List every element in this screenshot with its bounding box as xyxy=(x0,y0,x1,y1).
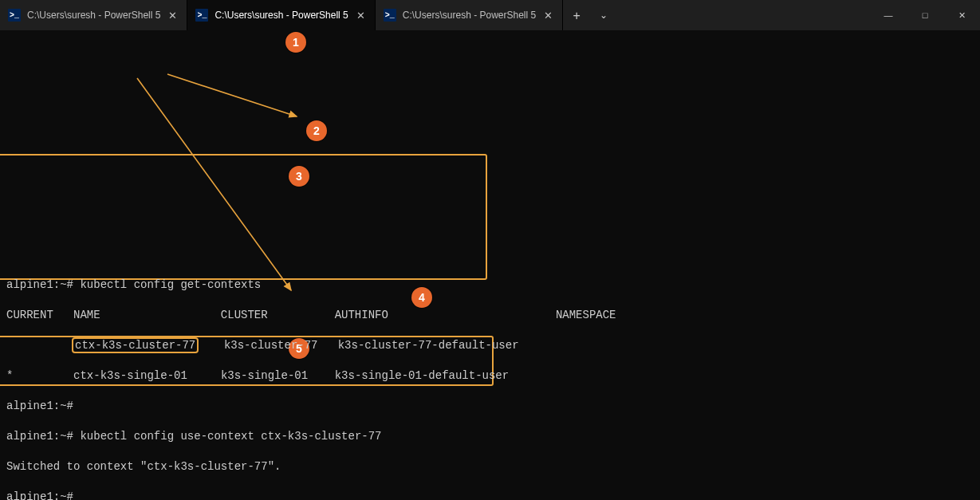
terminal-line: alpine1:~# kubectl config use-context ct… xyxy=(6,429,974,444)
powershell-icon: >_ xyxy=(384,9,396,22)
terminal-line: alpine1:~# kubectl config get-contexts xyxy=(6,278,974,293)
terminal-output[interactable]: 1 2 3 4 5 alpine1:~# kubectl config get-… xyxy=(0,30,980,500)
annotation-badge-3: 3 xyxy=(289,166,309,187)
tab-1[interactable]: >_ C:\Users\suresh - PowerShell 5 ✕ xyxy=(0,0,187,30)
new-tab-button[interactable]: + xyxy=(563,8,590,23)
context-row: ctx-k3s-cluster-77 k3s-cluster-77 k3s-cl… xyxy=(6,338,974,353)
maximize-button[interactable]: □ xyxy=(907,0,943,30)
window-controls: — □ ✕ xyxy=(870,0,980,30)
context-row: * ctx-k3s-single-01 k3s-single-01 k3s-si… xyxy=(6,368,974,384)
close-window-button[interactable]: ✕ xyxy=(943,0,980,30)
tab-label: C:\Users\suresh - PowerShell 5 xyxy=(27,8,160,23)
terminal-line: alpine1:~# xyxy=(6,490,974,500)
close-tab-icon[interactable]: ✕ xyxy=(542,8,554,23)
terminal-line: CURRENT NAME CLUSTER AUTHINFO NAMESPACE xyxy=(6,308,974,323)
close-tab-icon[interactable]: ✕ xyxy=(167,8,179,23)
powershell-icon: >_ xyxy=(8,9,21,22)
tab-2[interactable]: >_ C:\Users\suresh - PowerShell 5 ✕ xyxy=(187,0,375,30)
tab-label: C:\Users\suresh - PowerShell 5 xyxy=(403,8,536,23)
tab-label: C:\Users\suresh - PowerShell 5 xyxy=(214,8,348,23)
window-titlebar: >_ C:\Users\suresh - PowerShell 5 ✕ >_ C… xyxy=(0,0,980,30)
tab-dropdown-icon[interactable]: ⌄ xyxy=(590,8,617,23)
powershell-icon: >_ xyxy=(195,9,208,22)
annotation-badge-2: 2 xyxy=(306,120,327,141)
highlighted-context-name: ctx-k3s-cluster-77 xyxy=(72,337,199,353)
highlight-box-nodes-cluster xyxy=(0,154,487,280)
close-tab-icon[interactable]: ✕ xyxy=(355,8,367,23)
tab-3[interactable]: >_ C:\Users\suresh - PowerShell 5 ✕ xyxy=(376,0,563,30)
terminal-line: alpine1:~# xyxy=(6,399,974,414)
annotation-badge-1: 1 xyxy=(285,32,306,53)
minimize-button[interactable]: — xyxy=(870,0,907,30)
svg-line-0 xyxy=(167,74,297,116)
svg-line-1 xyxy=(137,78,291,290)
terminal-line: Switched to context "ctx-k3s-cluster-77"… xyxy=(6,459,974,474)
